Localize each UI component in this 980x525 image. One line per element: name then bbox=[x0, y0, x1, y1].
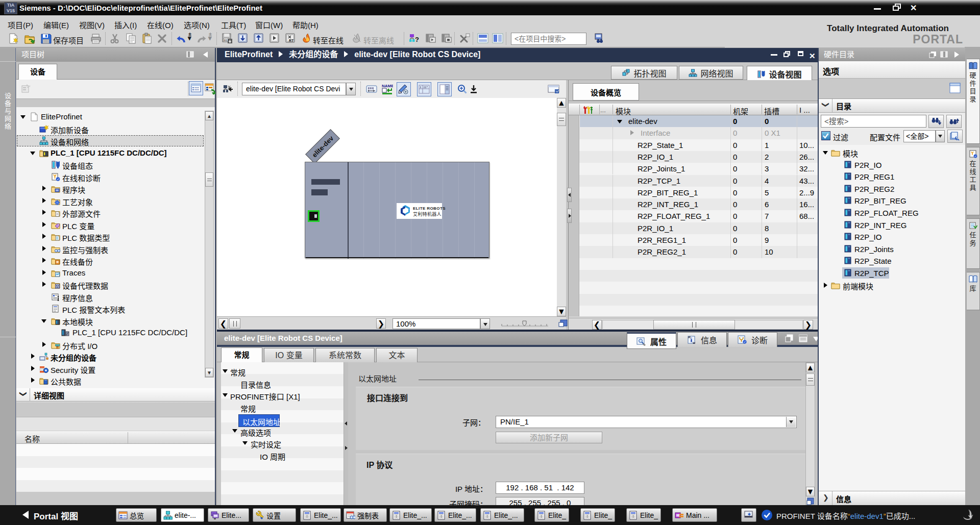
svg-text:01: 01 bbox=[224, 39, 228, 42]
svg-text:?: ? bbox=[415, 36, 419, 43]
svg-text:RT: RT bbox=[289, 39, 294, 42]
svg-text:NAME: NAME bbox=[382, 84, 393, 88]
